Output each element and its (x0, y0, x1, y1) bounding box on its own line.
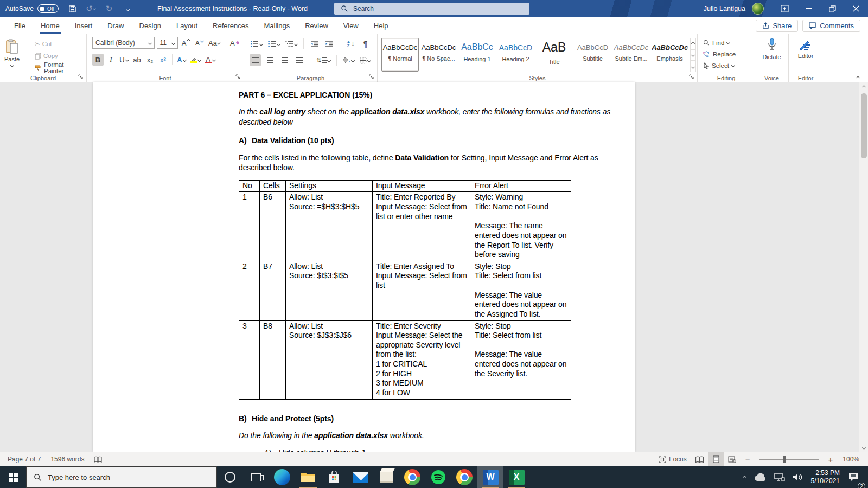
underline-button[interactable]: U (118, 54, 130, 66)
font-size-combo[interactable]: 11 (157, 37, 178, 49)
font-color-button[interactable]: A (203, 54, 216, 66)
autosave-control[interactable]: AutoSave Off (5, 0, 59, 17)
taskbar-edge[interactable] (269, 466, 295, 488)
taskbar-file-explorer[interactable] (295, 466, 321, 488)
page-indicator[interactable]: Page 7 of 7 (0, 452, 46, 466)
autosave-toggle[interactable]: Off (37, 4, 59, 13)
task-view-button[interactable] (243, 466, 269, 488)
tab-review[interactable]: Review (297, 17, 336, 34)
start-button[interactable] (0, 466, 26, 488)
taskbar-search-box[interactable]: Type here to search (26, 466, 217, 488)
redo-icon[interactable]: ↻ (101, 1, 117, 17)
minimize-button[interactable] (796, 0, 820, 17)
decrease-indent-button[interactable] (309, 38, 320, 50)
zoom-out-button[interactable]: − (741, 452, 755, 466)
grow-font-button[interactable]: A (180, 37, 192, 49)
clipboard-dialog-launcher-icon[interactable] (78, 74, 85, 81)
comments-button[interactable]: Comments (802, 20, 860, 32)
collapse-ribbon-icon[interactable] (857, 74, 859, 80)
taskbar-clock[interactable]: 2:53 PM 5/10/2021 (807, 469, 844, 485)
word-count[interactable]: 1596 words (46, 452, 89, 466)
style-normal[interactable]: AaBbCcDc¶ Normal (381, 38, 419, 72)
tab-help[interactable]: Help (366, 17, 396, 34)
taskbar-word[interactable]: W (477, 466, 503, 488)
font-name-combo[interactable]: Calibri (Body) (92, 37, 155, 49)
format-painter-button[interactable]: Format Painter (34, 62, 86, 74)
tab-design[interactable]: Design (132, 17, 169, 34)
cortana-button[interactable] (217, 466, 243, 488)
tab-draw[interactable]: Draw (100, 17, 131, 34)
document-page[interactable]: PART 6 – EXCEL APPLICATION (15%) In the … (93, 82, 635, 452)
tab-mailings[interactable]: Mailings (257, 17, 298, 34)
taskbar-store[interactable] (321, 466, 347, 488)
focus-mode-button[interactable]: Focus (654, 452, 692, 466)
numbered-list-button[interactable] (267, 38, 281, 50)
styles-scroll-up-icon[interactable] (690, 38, 696, 49)
tab-layout[interactable]: Layout (169, 17, 205, 34)
dictate-button[interactable]: Dictate (755, 36, 788, 74)
tab-home[interactable]: Home (33, 17, 67, 34)
superscript-button[interactable]: x² (157, 54, 169, 66)
save-icon[interactable] (64, 1, 80, 17)
customize-qat-icon[interactable] (119, 1, 136, 17)
print-layout-button[interactable] (708, 452, 724, 466)
line-spacing-button[interactable]: ⇅ (315, 54, 331, 66)
taskbar-mail[interactable] (347, 466, 373, 488)
volume-icon[interactable] (789, 466, 807, 488)
proofing-status-icon[interactable] (89, 452, 107, 466)
tab-references[interactable]: References (205, 17, 256, 34)
styles-dialog-launcher-icon[interactable] (689, 74, 695, 81)
taskbar-chrome-2[interactable] (451, 466, 477, 488)
zoom-in-button[interactable]: + (824, 452, 838, 466)
text-effects-button[interactable]: A (176, 54, 187, 66)
taskbar-spotify[interactable] (425, 466, 451, 488)
borders-button[interactable] (359, 54, 372, 66)
scroll-up-icon[interactable] (859, 82, 868, 91)
styles-scroll-down-icon[interactable] (690, 49, 696, 61)
taskbar-excel[interactable]: X (503, 466, 529, 488)
tray-show-hidden-icons[interactable] (739, 466, 750, 488)
tab-insert[interactable]: Insert (67, 17, 100, 34)
find-button[interactable]: Find (698, 37, 755, 48)
multilevel-list-button[interactable] (284, 38, 298, 50)
network-icon[interactable] (770, 466, 789, 488)
style-emphasis[interactable]: AaBbCcDcEmphasis (651, 38, 688, 72)
clear-formatting-button[interactable]: A (229, 37, 240, 49)
restore-button[interactable] (820, 0, 844, 17)
shrink-font-button[interactable]: A (194, 37, 205, 49)
style-title[interactable]: AaBTitle (535, 38, 573, 72)
copy-button[interactable]: Copy (34, 50, 86, 62)
action-center-button[interactable]: 2 (844, 466, 863, 488)
web-layout-button[interactable] (724, 452, 741, 466)
increase-indent-button[interactable] (323, 38, 335, 50)
italic-button[interactable]: I (105, 54, 117, 66)
taskbar-box-app[interactable] (373, 466, 399, 488)
align-right-button[interactable] (279, 54, 290, 66)
paste-button[interactable]: Paste (4, 37, 20, 75)
paragraph-dialog-launcher-icon[interactable] (369, 74, 375, 81)
font-dialog-launcher-icon[interactable] (235, 74, 242, 81)
style-no-spacing[interactable]: AaBbCcDc¶ No Spac... (420, 38, 457, 72)
show-hide-marks-button[interactable]: ¶ (360, 38, 371, 50)
undo-icon[interactable]: ↺ (82, 1, 99, 17)
read-mode-button[interactable] (692, 452, 708, 466)
share-button[interactable]: Share (756, 20, 798, 32)
text-highlight-button[interactable] (189, 54, 202, 66)
scroll-down-icon[interactable] (859, 443, 868, 452)
change-case-button[interactable]: Aa (207, 37, 221, 49)
taskbar-chrome[interactable] (399, 466, 425, 488)
style-subtle-emphasis[interactable]: AaBbCcDcSubtle Em... (612, 38, 650, 72)
account-name[interactable]: Julio Lantigua (704, 5, 745, 12)
justify-button[interactable] (293, 54, 305, 66)
zoom-slider-thumb[interactable] (783, 456, 786, 463)
vertical-scrollbar[interactable] (859, 82, 868, 452)
sort-button[interactable]: AZ↓ (345, 38, 356, 50)
bullet-list-button[interactable] (250, 38, 264, 50)
style-subtitle[interactable]: AaBbCcDSubtitle (574, 38, 611, 72)
style-heading1[interactable]: AaBbCcHeading 1 (458, 38, 496, 72)
shading-button[interactable] (342, 54, 355, 66)
select-button[interactable]: Select (698, 60, 755, 71)
onedrive-icon[interactable] (750, 466, 770, 488)
tab-file[interactable]: File (7, 17, 33, 34)
zoom-level[interactable]: 100% (838, 452, 868, 466)
